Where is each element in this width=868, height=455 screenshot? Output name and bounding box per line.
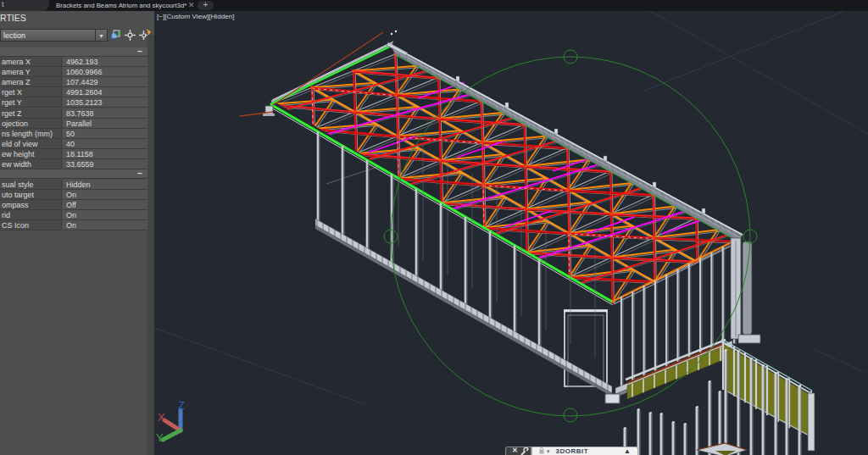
svg-text:Y: Y <box>156 431 164 444</box>
svg-text:X: X <box>158 411 165 424</box>
svg-text:Z: Z <box>178 399 185 412</box>
